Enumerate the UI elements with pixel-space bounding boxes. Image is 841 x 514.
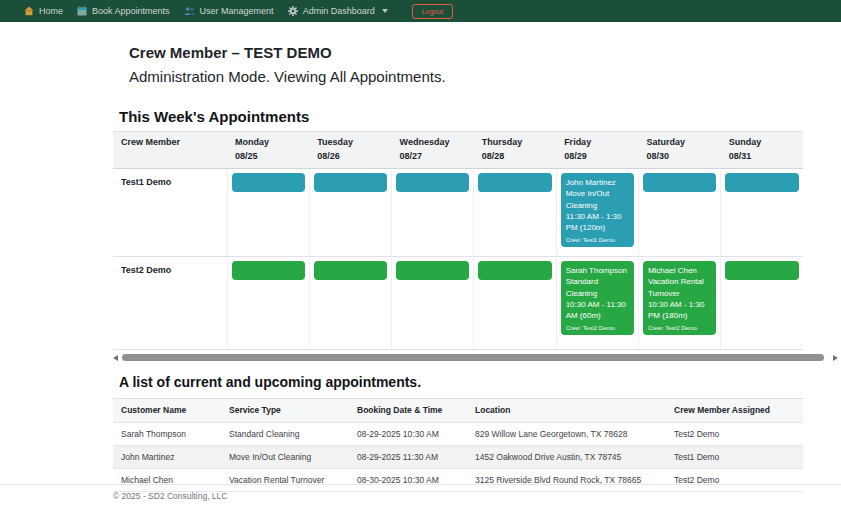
nav-item-admin-dashboard[interactable]: Admin Dashboard [288,6,388,16]
appointment-crew-label: Crew: Test1 Demo [566,236,629,245]
week-col-thursday: Thursday08/28 [474,132,556,169]
appointments-header-row: Customer Name Service Type Booking Date … [113,399,803,422]
weekly-schedule-table: Crew Member Monday08/25 Tuesday08/26 Wed… [113,131,803,350]
scroll-right-arrow-icon[interactable] [833,355,838,361]
scrollbar-thumb[interactable] [122,354,824,361]
cell-customer: Sarah Thompson [113,422,221,445]
appointment-bar[interactable] [396,261,469,280]
week-col-wednesday: Wednesday08/27 [392,132,474,169]
col-booking-datetime: Booking Date & Time [349,399,467,422]
appointment-service: Move In/Out Cleaning [566,188,629,211]
cell-service: Standard Cleaning [221,422,349,445]
col-customer-name: Customer Name [113,399,221,422]
appointment-bar[interactable] [314,173,387,192]
cell-customer: John Martinez [113,445,221,468]
nav-item-label: User Management [200,6,274,16]
table-row: John Martinez Move In/Out Cleaning 08-29… [113,445,803,468]
page-title: Crew Member – TEST DEMO [129,42,803,63]
cell-datetime: 08-29-2025 10:30 AM [349,422,467,445]
appointment-bar[interactable] [396,173,469,192]
crew-member-name: Test1 Demo [113,169,227,195]
cell-datetime: 08-29-2025 11:30 AM [349,445,467,468]
schedule-row-test1-demo: Test1 Demo John Martinez Move In/Out Cle… [113,168,803,256]
page-footer: © 2025 - SD2 Consulting, LLC [0,484,841,501]
week-col-sunday: Sunday08/31 [721,132,803,169]
appointment-crew-label: Crew: Test2 Demo [566,324,629,333]
appointment-time: 11:30 AM - 1:30 PM (120m) [566,211,629,234]
scrollbar-track[interactable] [121,354,830,361]
cell-service: Move In/Out Cleaning [221,445,349,468]
cell-location: 1452 Oakwood Drive Austin, TX 78745 [467,445,666,468]
col-crew-member-assigned: Crew Member Assigned [666,399,803,422]
week-section-heading: This Week's Appointments [119,106,803,127]
week-col-monday: Monday08/25 [227,132,309,169]
appointment-crew-label: Crew: Test2 Demo [648,324,711,333]
scroll-left-arrow-icon[interactable] [113,355,118,361]
appointment-service: Standard Cleaning [566,276,629,299]
appointment-customer: Sarah Thompson [566,265,629,276]
main-content: Crew Member – TEST DEMO Administration M… [113,30,803,492]
appointment-bar[interactable] [314,261,387,280]
col-location: Location [467,399,666,422]
users-icon [184,6,195,16]
appointment-customer: Michael Chen [648,265,711,276]
appointments-table: Customer Name Service Type Booking Date … [113,398,803,492]
week-col-crew-member: Crew Member [113,132,227,169]
appointment-customer: John Martinez [566,177,629,188]
week-col-saturday: Saturday08/30 [638,132,720,169]
appointment-bar[interactable] [232,173,305,192]
appointment-service: Vacation Rental Turnover [648,276,711,299]
top-navbar: Home Book Appointments User Management [0,0,841,22]
appointments-list-heading: A list of current and upcoming appointme… [119,373,803,393]
appointment-bar[interactable] [725,261,799,280]
appointment-bar[interactable] [232,261,305,280]
appointment-bar[interactable] [643,173,716,192]
nav-item-user-management[interactable]: User Management [184,6,274,16]
appointment-time: 10:30 AM - 11:30 AM (60m) [566,299,629,322]
col-service-type: Service Type [221,399,349,422]
cell-location: 829 Willow Lane Georgetown, TX 78628 [467,422,666,445]
logout-button[interactable]: Logout [412,4,453,19]
appointment-card[interactable]: John Martinez Move In/Out Cleaning 11:30… [561,173,634,247]
nav-item-home[interactable]: Home [24,6,63,16]
nav-item-label: Home [39,6,63,16]
cell-crew: Test2 Demo [666,422,803,445]
nav-item-label: Book Appointments [92,6,170,16]
appointment-bar[interactable] [725,173,799,192]
nav-item-label: Admin Dashboard [303,6,375,16]
horizontal-scrollbar [113,354,838,362]
nav-item-book-appointments[interactable]: Book Appointments [77,6,170,16]
cell-crew: Test1 Demo [666,445,803,468]
chevron-down-icon [382,9,388,13]
appointment-bar[interactable] [478,173,551,192]
page-subtitle: Administration Mode. Viewing All Appoint… [129,66,803,87]
appointment-card[interactable]: Sarah Thompson Standard Cleaning 10:30 A… [561,261,634,335]
week-col-tuesday: Tuesday08/26 [309,132,391,169]
crew-member-name: Test2 Demo [113,257,227,283]
week-header-row: Crew Member Monday08/25 Tuesday08/26 Wed… [113,132,803,169]
calendar-icon [77,6,87,16]
appointment-time: 10:30 AM - 1:30 PM (180m) [648,299,711,322]
appointment-bar[interactable] [478,261,551,280]
appointment-card[interactable]: Michael Chen Vacation Rental Turnover 10… [643,261,716,335]
copyright-text: © 2025 - SD2 Consulting, LLC [113,491,227,501]
schedule-row-test2-demo: Test2 Demo Sarah Thompson Standard Clean… [113,256,803,349]
home-icon [24,6,34,16]
gear-icon [288,6,298,16]
table-row: Sarah Thompson Standard Cleaning 08-29-2… [113,422,803,445]
week-col-friday: Friday08/29 [556,132,638,169]
